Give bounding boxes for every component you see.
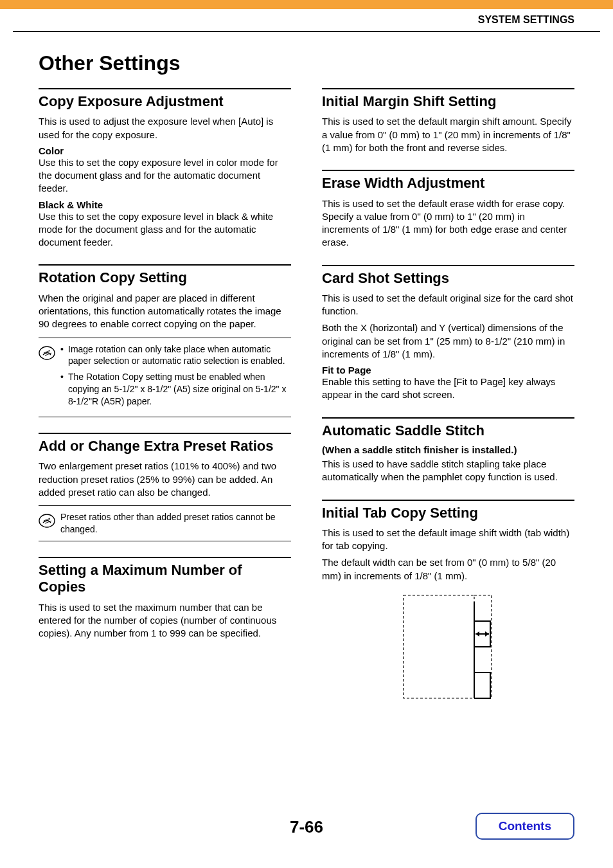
note-box: Image rotation can only take place when … (39, 338, 291, 417)
section-rule (322, 265, 574, 266)
note-content: Image rotation can only take place when … (60, 343, 289, 411)
section-max-copies: Setting a Maximum Number of Copies This … (39, 557, 291, 640)
section-erase-width: Erase Width Adjustment This is used to s… (322, 170, 574, 249)
section-heading: Copy Exposure Adjustment (39, 93, 291, 110)
section-preset-ratios: Add or Change Extra Preset Ratios Two en… (39, 433, 291, 541)
sub-heading-bw: Black & White (39, 199, 291, 210)
section-margin-shift: Initial Margin Shift Setting This is use… (322, 88, 574, 154)
note-bullet: The Rotation Copy setting must be enable… (60, 371, 289, 408)
note-content: Preset ratios other than added preset ra… (60, 511, 289, 536)
header-region: SYSTEM SETTINGS (0, 9, 613, 28)
note-icon (39, 512, 55, 529)
section-rule (322, 500, 574, 501)
section-body: This is used to have saddle stitch stapl… (322, 458, 574, 484)
section-body: Both the X (horizontal) and Y (vertical)… (322, 321, 574, 361)
section-rule (39, 433, 291, 434)
sub-heading-fit-page: Fit to Page (322, 365, 574, 375)
section-heading: Initial Margin Shift Setting (322, 93, 574, 110)
section-heading: Erase Width Adjustment (322, 175, 574, 192)
note-bullet: Image rotation can only take place when … (60, 343, 289, 368)
section-body: This is used to set the default margin s… (322, 115, 574, 154)
section-body: Two enlargement preset ratios (101% to 4… (39, 460, 291, 499)
section-rotation-copy: Rotation Copy Setting When the original … (39, 264, 291, 417)
section-body: The default width can be set from 0" (0 … (322, 556, 574, 583)
section-copy-exposure: Copy Exposure Adjustment This is used to… (39, 88, 291, 249)
section-body: When the original and paper are placed i… (39, 292, 291, 331)
section-heading: Add or Change Extra Preset Ratios (39, 438, 291, 455)
top-orange-bar (0, 0, 613, 9)
section-subheading: (When a saddle stitch finisher is instal… (322, 444, 574, 455)
svg-rect-2 (404, 595, 474, 698)
contents-button[interactable]: Contents (475, 813, 574, 840)
note-icon (39, 345, 55, 361)
section-heading: Automatic Saddle Stitch (322, 422, 574, 439)
page-title: Other Settings (0, 32, 613, 88)
sub-body-color: Use this to set the copy exposure level … (39, 156, 291, 195)
section-body: This is used to set the default original… (322, 292, 574, 318)
svg-marker-7 (475, 631, 479, 637)
section-rule (322, 170, 574, 171)
sub-heading-color: Color (39, 145, 291, 156)
section-tab-copy: Initial Tab Copy Setting This is used to… (322, 500, 574, 705)
sub-body-fit-page: Enable this setting to have the [Fit to … (322, 375, 574, 402)
section-saddle-stitch: Automatic Saddle Stitch (When a saddle s… (322, 417, 574, 484)
section-rule (39, 88, 291, 89)
section-body: This is used to adjust the exposure leve… (39, 115, 291, 141)
left-column: Copy Exposure Adjustment This is used to… (39, 88, 291, 720)
section-body: This is used to set the default image sh… (322, 527, 574, 553)
tab-copy-diagram (322, 589, 574, 705)
section-card-shot: Card Shot Settings This is used to set t… (322, 265, 574, 402)
section-rule (322, 417, 574, 419)
section-rule (39, 557, 291, 558)
section-body: This is used to set the maximum number t… (39, 601, 291, 640)
note-box: Preset ratios other than added preset ra… (39, 505, 291, 541)
section-heading: Initial Tab Copy Setting (322, 505, 574, 521)
section-heading: Setting a Maximum Number of Copies (39, 562, 291, 596)
section-heading: Card Shot Settings (322, 270, 574, 287)
svg-marker-8 (485, 631, 489, 637)
section-body: This is used to set the default erase wi… (322, 197, 574, 249)
sub-body-bw: Use this to set the copy exposure level … (39, 210, 291, 249)
right-column: Initial Margin Shift Setting This is use… (322, 88, 574, 720)
header-title: SYSTEM SETTINGS (478, 14, 574, 25)
section-rule (322, 88, 574, 89)
section-heading: Rotation Copy Setting (39, 269, 291, 286)
section-rule (39, 264, 291, 266)
content-columns: Copy Exposure Adjustment This is used to… (0, 88, 613, 720)
